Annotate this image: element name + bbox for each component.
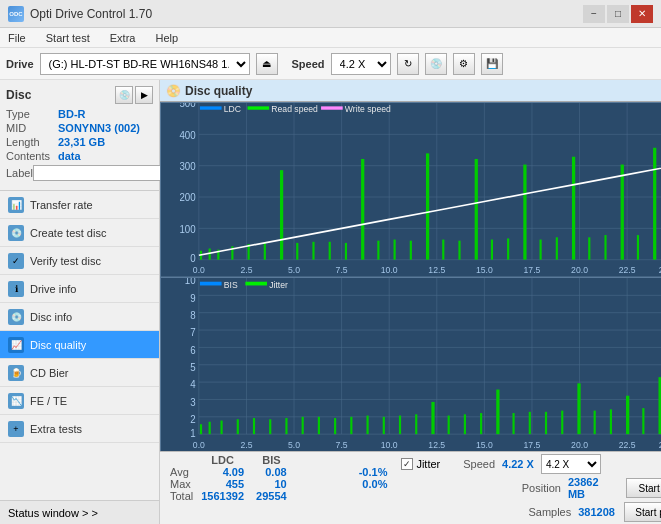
transfer-rate-icon: 📊 [8,197,24,213]
close-button[interactable]: ✕ [631,5,653,23]
svg-text:8: 8 [190,309,196,321]
app-title: Opti Drive Control 1.70 [30,7,152,21]
menu-file[interactable]: File [4,32,30,44]
avg-bis: 0.08 [250,466,293,478]
speed-select[interactable]: 4.2 X [331,53,391,75]
svg-text:15.0: 15.0 [476,439,493,450]
svg-rect-125 [200,281,222,285]
window-controls: − □ ✕ [583,5,653,23]
extra-tests-icon: + [8,421,24,437]
svg-text:500: 500 [179,103,196,110]
svg-rect-44 [248,106,270,109]
svg-rect-68 [507,238,509,259]
svg-rect-139 [350,416,352,433]
jitter-label: Jitter [416,458,440,470]
jitter-checkbox[interactable]: ✓ [401,458,413,470]
svg-rect-152 [561,410,563,434]
nav-disc-quality[interactable]: 📈 Disc quality [0,331,159,359]
disc-quality-title: Disc quality [185,84,252,98]
status-window-label: Status window > > [8,507,98,519]
disc-type-value: BD-R [58,108,86,120]
disc-label-label: Label [6,167,33,179]
svg-rect-140 [366,415,368,434]
svg-rect-150 [529,411,531,433]
total-ldc: 1561392 [195,490,250,502]
max-ldc: 455 [195,478,250,490]
speed-label: Speed [292,58,325,70]
svg-rect-70 [540,240,542,260]
disc-button[interactable]: 💿 [425,53,447,75]
svg-rect-143 [415,414,417,434]
menu-extra[interactable]: Extra [106,32,140,44]
svg-rect-55 [296,243,298,260]
svg-rect-154 [594,410,596,434]
svg-text:12.5: 12.5 [428,439,445,450]
svg-text:20.0: 20.0 [571,439,588,450]
nav-fe-te[interactable]: 📉 FE / TE [0,387,159,415]
svg-rect-65 [458,241,460,260]
verify-test-disc-icon: ✓ [8,253,24,269]
svg-text:20.0: 20.0 [571,265,588,275]
disc-quality-icon: 📈 [8,337,24,353]
disc-contents-row: Contents data [6,150,153,162]
menu-help[interactable]: Help [151,32,182,44]
disc-length-value: 23,31 GB [58,136,105,148]
start-full-button[interactable]: Start full [626,478,661,498]
svg-rect-145 [448,415,450,434]
svg-rect-63 [426,153,429,259]
nav-disc-info[interactable]: 💿 Disc info [0,303,159,331]
disc-icon-btn-1[interactable]: 💿 [115,86,133,104]
svg-rect-72 [572,157,575,260]
svg-rect-153 [577,383,580,434]
disc-label-input[interactable] [33,165,166,181]
svg-rect-60 [377,241,379,260]
position-value: 23862 MB [568,476,617,500]
svg-text:3: 3 [190,396,196,408]
nav-drive-info[interactable]: ℹ Drive info [0,275,159,303]
eject-button[interactable]: ⏏ [256,53,278,75]
maximize-button[interactable]: □ [607,5,629,23]
refresh-button[interactable]: ↻ [397,53,419,75]
svg-rect-151 [545,411,547,433]
svg-rect-137 [318,416,320,433]
bis-chart: 10 9 8 7 6 5 4 3 2 1 10% 8% 6% 4% 2% [161,278,661,452]
max-label: Max [164,478,195,490]
disc-icon-btn-2[interactable]: ▶ [135,86,153,104]
svg-rect-53 [264,243,266,260]
svg-text:Read speed: Read speed [271,104,318,114]
cd-bier-icon: 🍺 [8,365,24,381]
minimize-button[interactable]: − [583,5,605,23]
svg-rect-46 [321,106,343,109]
svg-text:22.5: 22.5 [619,439,636,450]
svg-rect-59 [361,159,364,260]
start-part-button[interactable]: Start part [624,502,661,522]
nav-extra-tests[interactable]: + Extra tests [0,415,159,443]
svg-text:200: 200 [179,192,196,203]
svg-rect-138 [334,418,336,434]
svg-rect-69 [523,165,526,260]
svg-rect-135 [285,418,287,434]
speed-select-stats[interactable]: 4.2 X [541,454,601,474]
status-window-button[interactable]: Status window > > [0,500,159,524]
disc-mid-row: MID SONYNN3 (002) [6,122,153,134]
svg-text:Jitter: Jitter [269,279,288,290]
svg-text:100: 100 [179,224,196,235]
samples-value: 381208 [578,506,615,518]
disc-label-row: Label 🔍 [6,164,153,182]
settings-button[interactable]: ⚙ [453,53,475,75]
nav-create-test-disc[interactable]: 💿 Create test disc [0,219,159,247]
drive-select[interactable]: (G:) HL-DT-ST BD-RE WH16NS48 1.D3 [40,53,250,75]
stats-avg-row: Avg 4.09 0.08 -0.1% [164,466,393,478]
avg-ldc: 4.09 [195,466,250,478]
svg-text:0: 0 [190,253,196,264]
svg-text:9: 9 [190,291,196,303]
save-button[interactable]: 💾 [481,53,503,75]
avg-jitter: -0.1% [353,466,394,478]
menu-start-test[interactable]: Start test [42,32,94,44]
svg-rect-131 [220,420,222,434]
nav-verify-test-disc[interactable]: ✓ Verify test disc [0,247,159,275]
svg-rect-76 [637,235,639,260]
create-test-disc-icon: 💿 [8,225,24,241]
nav-cd-bier[interactable]: 🍺 CD Bier [0,359,159,387]
nav-transfer-rate[interactable]: 📊 Transfer rate [0,191,159,219]
